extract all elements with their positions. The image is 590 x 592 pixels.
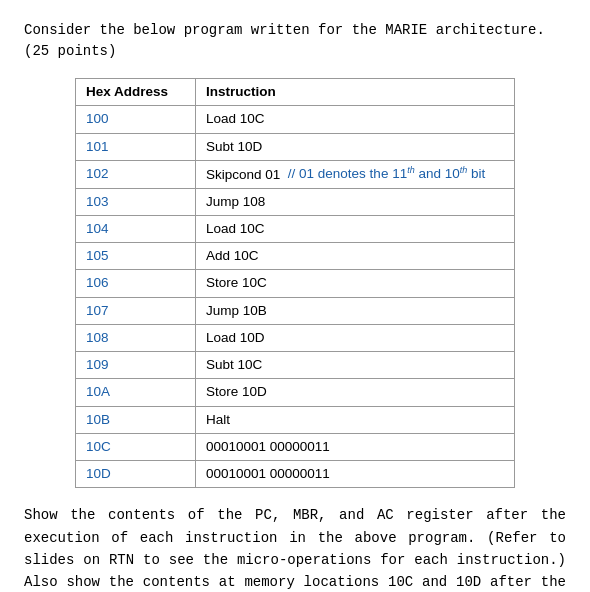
cell-address: 10A <box>76 379 196 406</box>
table-row: 10C00010001 00000011 <box>76 433 515 460</box>
cell-address: 104 <box>76 215 196 242</box>
intro-paragraph: Consider the below program written for t… <box>24 20 566 62</box>
cell-instruction: Load 10D <box>196 324 515 351</box>
instruction-table: Hex Address Instruction 100Load 10C101Su… <box>75 78 515 488</box>
table-row: 10BHalt <box>76 406 515 433</box>
col-header-instr: Instruction <box>196 79 515 106</box>
intro-text: Consider the below program written for t… <box>24 22 545 59</box>
cell-address: 107 <box>76 297 196 324</box>
footer-text: Show the contents of the PC, MBR, and AC… <box>24 507 566 592</box>
table-row: 104Load 10C <box>76 215 515 242</box>
cell-address: 106 <box>76 270 196 297</box>
cell-instruction: Subt 10C <box>196 352 515 379</box>
cell-instruction: 00010001 00000011 <box>196 433 515 460</box>
sup-th-11: th <box>407 165 415 175</box>
table-row: 107Jump 10B <box>76 297 515 324</box>
cell-address: 10D <box>76 461 196 488</box>
cell-address: 10C <box>76 433 196 460</box>
cell-address: 102 <box>76 160 196 188</box>
cell-instruction: Add 10C <box>196 243 515 270</box>
cell-address: 100 <box>76 106 196 133</box>
cell-address: 10B <box>76 406 196 433</box>
table-row: 103Jump 108 <box>76 188 515 215</box>
table-row: 101Subt 10D <box>76 133 515 160</box>
table-row: 10D00010001 00000011 <box>76 461 515 488</box>
table-row: 102Skipcond 01 // 01 denotes the 11th an… <box>76 160 515 188</box>
cell-address: 108 <box>76 324 196 351</box>
cell-address: 101 <box>76 133 196 160</box>
footer-paragraph: Show the contents of the PC, MBR, and AC… <box>24 504 566 592</box>
cell-instruction: Jump 10B <box>196 297 515 324</box>
cell-instruction: Subt 10D <box>196 133 515 160</box>
table-row: 10AStore 10D <box>76 379 515 406</box>
cell-instruction: Load 10C <box>196 106 515 133</box>
cell-instruction: Jump 108 <box>196 188 515 215</box>
table-wrapper: Hex Address Instruction 100Load 10C101Su… <box>24 78 566 488</box>
cell-address: 109 <box>76 352 196 379</box>
cell-instruction: Skipcond 01 // 01 denotes the 11th and 1… <box>196 160 515 188</box>
table-row: 105Add 10C <box>76 243 515 270</box>
table-row: 108Load 10D <box>76 324 515 351</box>
cell-address: 105 <box>76 243 196 270</box>
table-row: 106Store 10C <box>76 270 515 297</box>
cell-instruction: Load 10C <box>196 215 515 242</box>
table-row: 109Subt 10C <box>76 352 515 379</box>
table-header-row: Hex Address Instruction <box>76 79 515 106</box>
sup-th-10: th <box>460 165 468 175</box>
cell-instruction: Halt <box>196 406 515 433</box>
cell-instruction: Store 10D <box>196 379 515 406</box>
cell-address: 103 <box>76 188 196 215</box>
comment-text: // 01 denotes the 11th and 10th bit <box>288 166 485 181</box>
cell-instruction: 00010001 00000011 <box>196 461 515 488</box>
table-row: 100Load 10C <box>76 106 515 133</box>
cell-instruction: Store 10C <box>196 270 515 297</box>
col-header-hex: Hex Address <box>76 79 196 106</box>
